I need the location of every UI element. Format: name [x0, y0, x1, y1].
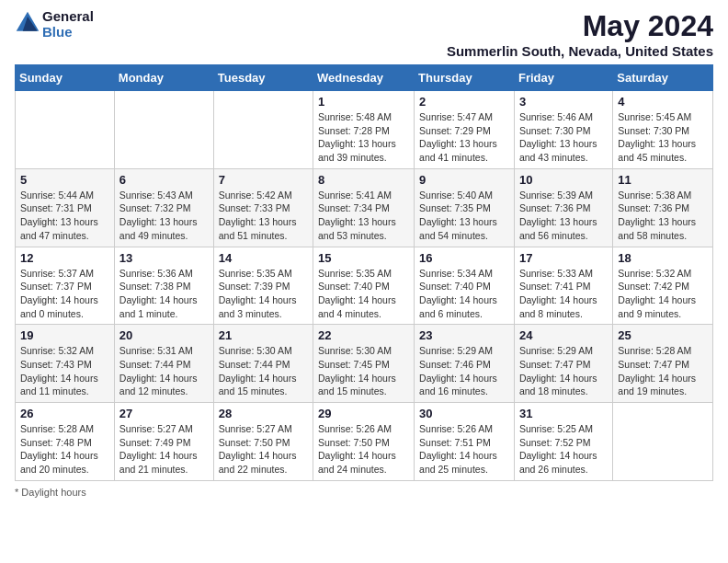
calendar-week-row: 5Sunrise: 5:44 AM Sunset: 7:31 PM Daylig…	[16, 168, 713, 247]
weekday-header: Friday	[514, 65, 612, 91]
logo-blue-text: Blue	[42, 25, 94, 40]
weekday-header: Sunday	[16, 65, 115, 91]
day-info: Sunrise: 5:30 AM Sunset: 7:45 PM Dayligh…	[318, 344, 409, 398]
calendar-cell: 4Sunrise: 5:45 AM Sunset: 7:30 PM Daylig…	[613, 91, 713, 169]
day-info: Sunrise: 5:29 AM Sunset: 7:46 PM Dayligh…	[419, 344, 509, 398]
calendar-cell: 12Sunrise: 5:37 AM Sunset: 7:37 PM Dayli…	[16, 247, 115, 325]
weekday-header: Monday	[114, 65, 213, 91]
logo-icon	[15, 10, 40, 36]
logo: General Blue	[15, 9, 94, 40]
day-number: 21	[219, 328, 308, 342]
day-info: Sunrise: 5:32 AM Sunset: 7:42 PM Dayligh…	[618, 267, 708, 321]
calendar-cell: 9Sunrise: 5:40 AM Sunset: 7:35 PM Daylig…	[415, 168, 515, 247]
calendar-cell: 20Sunrise: 5:31 AM Sunset: 7:44 PM Dayli…	[114, 325, 213, 403]
day-info: Sunrise: 5:47 AM Sunset: 7:29 PM Dayligh…	[419, 110, 509, 165]
calendar-cell: 17Sunrise: 5:33 AM Sunset: 7:41 PM Dayli…	[514, 247, 612, 325]
day-info: Sunrise: 5:33 AM Sunset: 7:41 PM Dayligh…	[519, 267, 608, 321]
daylight-label: Daylight hours	[21, 487, 85, 498]
calendar-body: 1Sunrise: 5:48 AM Sunset: 7:28 PM Daylig…	[16, 91, 713, 481]
day-info: Sunrise: 5:26 AM Sunset: 7:51 PM Dayligh…	[419, 422, 509, 477]
day-number: 6	[119, 173, 209, 187]
day-info: Sunrise: 5:35 AM Sunset: 7:39 PM Dayligh…	[219, 267, 308, 321]
day-info: Sunrise: 5:46 AM Sunset: 7:30 PM Dayligh…	[519, 110, 608, 165]
calendar-table: SundayMondayTuesdayWednesdayThursdayFrid…	[15, 64, 713, 481]
calendar-cell: 7Sunrise: 5:42 AM Sunset: 7:33 PM Daylig…	[213, 168, 313, 247]
footer-note: * Daylight hours	[15, 487, 713, 498]
day-number: 3	[519, 95, 608, 109]
day-number: 19	[20, 328, 109, 342]
day-info: Sunrise: 5:28 AM Sunset: 7:48 PM Dayligh…	[20, 422, 109, 477]
day-info: Sunrise: 5:26 AM Sunset: 7:50 PM Dayligh…	[318, 422, 409, 477]
day-info: Sunrise: 5:32 AM Sunset: 7:43 PM Dayligh…	[20, 344, 109, 398]
calendar-week-row: 1Sunrise: 5:48 AM Sunset: 7:28 PM Daylig…	[16, 91, 713, 169]
day-number: 15	[318, 251, 409, 265]
calendar-header: SundayMondayTuesdayWednesdayThursdayFrid…	[16, 65, 713, 91]
calendar-cell: 23Sunrise: 5:29 AM Sunset: 7:46 PM Dayli…	[415, 325, 515, 403]
day-number: 16	[419, 251, 509, 265]
day-number: 17	[519, 251, 608, 265]
day-number: 22	[318, 328, 409, 342]
weekday-header: Thursday	[415, 65, 515, 91]
calendar-cell: 3Sunrise: 5:46 AM Sunset: 7:30 PM Daylig…	[514, 91, 612, 169]
calendar-cell: 5Sunrise: 5:44 AM Sunset: 7:31 PM Daylig…	[16, 168, 115, 247]
calendar-cell: 30Sunrise: 5:26 AM Sunset: 7:51 PM Dayli…	[415, 403, 515, 481]
calendar-cell	[213, 91, 313, 169]
weekday-header: Tuesday	[213, 65, 313, 91]
day-info: Sunrise: 5:42 AM Sunset: 7:33 PM Dayligh…	[219, 189, 308, 243]
day-number: 12	[20, 251, 109, 265]
calendar-cell: 6Sunrise: 5:43 AM Sunset: 7:32 PM Daylig…	[114, 168, 213, 247]
calendar-cell	[613, 403, 713, 481]
calendar-cell: 14Sunrise: 5:35 AM Sunset: 7:39 PM Dayli…	[213, 247, 313, 325]
calendar-cell: 11Sunrise: 5:38 AM Sunset: 7:36 PM Dayli…	[613, 168, 713, 247]
calendar-cell: 18Sunrise: 5:32 AM Sunset: 7:42 PM Dayli…	[613, 247, 713, 325]
day-number: 4	[618, 95, 708, 109]
calendar-cell: 26Sunrise: 5:28 AM Sunset: 7:48 PM Dayli…	[16, 403, 115, 481]
day-number: 7	[219, 173, 308, 187]
day-info: Sunrise: 5:40 AM Sunset: 7:35 PM Dayligh…	[419, 189, 509, 243]
calendar-cell: 15Sunrise: 5:35 AM Sunset: 7:40 PM Dayli…	[313, 247, 415, 325]
day-info: Sunrise: 5:45 AM Sunset: 7:30 PM Dayligh…	[618, 110, 708, 165]
day-number: 20	[119, 328, 209, 342]
calendar-cell: 21Sunrise: 5:30 AM Sunset: 7:44 PM Dayli…	[213, 325, 313, 403]
calendar-cell	[16, 91, 115, 169]
day-number: 9	[419, 173, 509, 187]
calendar-cell: 28Sunrise: 5:27 AM Sunset: 7:50 PM Dayli…	[213, 403, 313, 481]
day-info: Sunrise: 5:28 AM Sunset: 7:47 PM Dayligh…	[618, 344, 708, 398]
calendar-cell: 13Sunrise: 5:36 AM Sunset: 7:38 PM Dayli…	[114, 247, 213, 325]
weekday-header: Saturday	[613, 65, 713, 91]
day-info: Sunrise: 5:43 AM Sunset: 7:32 PM Dayligh…	[119, 189, 209, 243]
header: General Blue May 2024 Summerlin South, N…	[15, 9, 713, 59]
page: General Blue May 2024 Summerlin South, N…	[0, 0, 728, 507]
logo-text: General Blue	[42, 9, 94, 40]
day-info: Sunrise: 5:27 AM Sunset: 7:50 PM Dayligh…	[219, 422, 308, 477]
calendar-cell: 29Sunrise: 5:26 AM Sunset: 7:50 PM Dayli…	[313, 403, 415, 481]
calendar-cell: 10Sunrise: 5:39 AM Sunset: 7:36 PM Dayli…	[514, 168, 612, 247]
day-number: 28	[219, 407, 308, 420]
logo-general-text: General	[42, 9, 94, 25]
day-number: 11	[618, 173, 708, 187]
weekday-header-row: SundayMondayTuesdayWednesdayThursdayFrid…	[16, 65, 713, 91]
day-number: 24	[519, 328, 608, 342]
day-number: 30	[419, 407, 509, 420]
day-number: 2	[419, 95, 509, 109]
day-number: 25	[618, 328, 708, 342]
day-number: 23	[419, 328, 509, 342]
day-number: 27	[119, 407, 209, 420]
day-info: Sunrise: 5:35 AM Sunset: 7:40 PM Dayligh…	[318, 267, 409, 321]
day-info: Sunrise: 5:38 AM Sunset: 7:36 PM Dayligh…	[618, 189, 708, 243]
calendar-cell: 31Sunrise: 5:25 AM Sunset: 7:52 PM Dayli…	[514, 403, 612, 481]
calendar-week-row: 12Sunrise: 5:37 AM Sunset: 7:37 PM Dayli…	[16, 247, 713, 325]
calendar-week-row: 26Sunrise: 5:28 AM Sunset: 7:48 PM Dayli…	[16, 403, 713, 481]
day-number: 10	[519, 173, 608, 187]
day-info: Sunrise: 5:29 AM Sunset: 7:47 PM Dayligh…	[519, 344, 608, 398]
day-info: Sunrise: 5:31 AM Sunset: 7:44 PM Dayligh…	[119, 344, 209, 398]
calendar-week-row: 19Sunrise: 5:32 AM Sunset: 7:43 PM Dayli…	[16, 325, 713, 403]
day-number: 18	[618, 251, 708, 265]
day-number: 14	[219, 251, 308, 265]
main-title: May 2024	[447, 9, 713, 43]
calendar-cell: 22Sunrise: 5:30 AM Sunset: 7:45 PM Dayli…	[313, 325, 415, 403]
day-info: Sunrise: 5:34 AM Sunset: 7:40 PM Dayligh…	[419, 267, 509, 321]
calendar-cell: 19Sunrise: 5:32 AM Sunset: 7:43 PM Dayli…	[16, 325, 115, 403]
calendar-cell: 1Sunrise: 5:48 AM Sunset: 7:28 PM Daylig…	[313, 91, 415, 169]
subtitle: Summerlin South, Nevada, United States	[447, 43, 713, 59]
